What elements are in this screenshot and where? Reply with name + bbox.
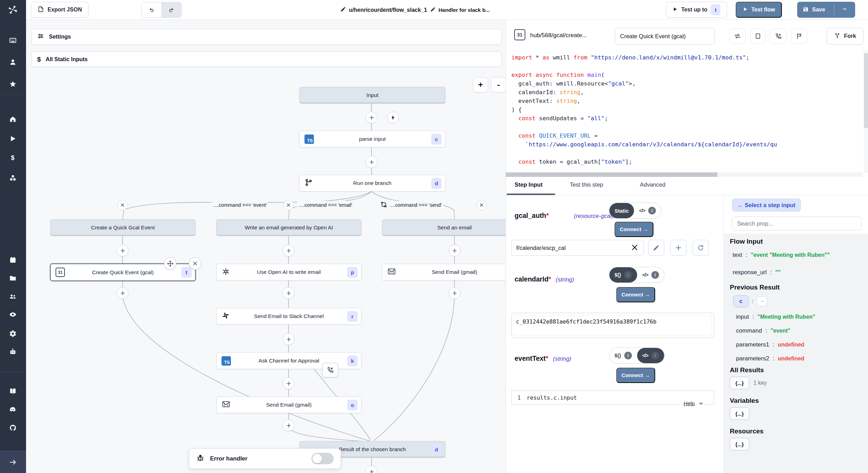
branch-condition-label[interactable]: ....command === 'email' xyxy=(298,201,353,209)
audit-eye-icon[interactable] xyxy=(9,311,17,318)
add-step-button[interactable] xyxy=(449,287,460,299)
refresh-resource-button[interactable] xyxy=(693,240,709,256)
star-icon[interactable] xyxy=(9,80,17,88)
code-editor[interactable]: import * as wmill from "https://deno.lan… xyxy=(506,50,868,172)
resources-object-button[interactable]: {...} xyxy=(730,438,749,450)
branch-header-openai[interactable]: Write an email generated by Open AI xyxy=(216,219,361,236)
test-flow-button[interactable]: Test flow xyxy=(736,2,782,18)
branch-header-gcal[interactable]: Create a Quick Gcal Event xyxy=(50,219,195,236)
flow-canvas[interactable]: Settings $ All Static Inputs + - Input T… xyxy=(26,20,506,473)
prop-row-parameters2[interactable]: parameters2:undefined xyxy=(724,352,868,366)
branch-condition-label[interactable]: ....command === 'event' xyxy=(212,201,268,209)
info-icon[interactable]: i xyxy=(651,271,659,279)
reload-script-button[interactable] xyxy=(729,28,746,44)
add-step-button[interactable] xyxy=(117,287,128,299)
all-results-object-button[interactable]: {...} xyxy=(730,377,749,389)
discord-icon[interactable] xyxy=(9,406,17,413)
node-send-email-slack[interactable]: Send Email to Slack Channel r xyxy=(216,308,361,325)
remove-branch-button[interactable] xyxy=(283,200,294,210)
select-step-input-button[interactable]: ← Select a step input xyxy=(732,198,801,212)
info-icon[interactable]: i xyxy=(624,271,632,279)
schedules-icon[interactable] xyxy=(9,256,17,264)
add-step-button[interactable] xyxy=(117,245,128,256)
add-step-button[interactable] xyxy=(283,333,294,345)
prop-row-command[interactable]: command:"event" xyxy=(724,324,868,338)
folders-icon[interactable] xyxy=(9,274,17,282)
branch-header-send[interactable]: Send an email xyxy=(382,219,506,236)
code-vertical-scrollbar[interactable] xyxy=(864,50,868,173)
add-step-button[interactable] xyxy=(283,287,294,299)
code-horizontal-scrollbar[interactable] xyxy=(506,172,863,177)
calendarid-connect-button[interactable]: Connect → xyxy=(616,287,655,302)
workers-robot-icon[interactable] xyxy=(9,348,17,356)
docs-book-icon[interactable] xyxy=(9,387,17,395)
windmill-logo[interactable] xyxy=(8,5,18,15)
add-branch-icon[interactable] xyxy=(378,199,389,210)
settings-gear-icon[interactable] xyxy=(9,330,17,337)
test-up-to-button[interactable]: Test up to t xyxy=(666,2,727,18)
github-icon[interactable] xyxy=(9,424,17,432)
error-handler-bar[interactable]: Error handler xyxy=(189,448,341,469)
fork-button[interactable]: Fork xyxy=(827,28,863,44)
node-input[interactable]: Input xyxy=(299,87,445,104)
info-icon[interactable]: i xyxy=(648,207,656,214)
tab-test-this-step[interactable]: Test this step xyxy=(570,181,603,188)
tab-step-input[interactable]: Step Input xyxy=(515,181,543,188)
help-link[interactable]: Help xyxy=(684,400,704,407)
remove-branch-button[interactable] xyxy=(117,200,128,210)
undo-button[interactable] xyxy=(142,2,161,17)
resources-icon[interactable] xyxy=(9,174,17,182)
node-parse-input[interactable]: TS parse input c xyxy=(299,131,445,147)
suspend-phone-button[interactable] xyxy=(770,28,786,44)
add-step-button[interactable] xyxy=(283,419,294,431)
prop-search-input[interactable] xyxy=(732,217,862,230)
variables-object-button[interactable]: {...} xyxy=(730,407,749,420)
edit-resource-button[interactable] xyxy=(648,240,664,256)
redo-button[interactable] xyxy=(161,2,181,17)
mode-javascript[interactable]: </>i xyxy=(637,348,664,363)
step-name-input[interactable] xyxy=(615,28,715,44)
collapse-button[interactable]: - xyxy=(757,296,767,306)
home-icon[interactable] xyxy=(9,115,17,123)
add-step-button[interactable] xyxy=(449,245,460,256)
node-send-email-gmail-1[interactable]: Send Email (gmail) xyxy=(382,264,506,280)
groups-icon[interactable] xyxy=(9,293,17,300)
flow-settings-bar[interactable]: Settings xyxy=(31,29,502,45)
mode-javascript[interactable]: </>i xyxy=(634,203,661,218)
apps-icon[interactable] xyxy=(9,36,17,44)
add-step-button[interactable] xyxy=(283,245,294,256)
prop-row-response_url[interactable]: response_url:"" xyxy=(724,264,868,281)
node-use-openai[interactable]: Use Open AI to write email p xyxy=(216,264,361,280)
mode-template[interactable]: ${}i xyxy=(609,348,637,363)
expand-arrow-icon[interactable] xyxy=(9,458,17,466)
info-icon[interactable]: i xyxy=(624,352,632,359)
export-json-button[interactable]: Export JSON xyxy=(31,2,89,18)
zoom-in-button[interactable]: + xyxy=(473,77,488,92)
zoom-out-button[interactable]: - xyxy=(491,77,506,92)
remove-branch-button[interactable] xyxy=(476,200,487,210)
trigger-bolt-button[interactable] xyxy=(387,112,399,123)
prop-row-text[interactable]: text:"event "Meeting with Ruben"" xyxy=(724,246,868,264)
node-run-one-branch[interactable]: Run one branch d xyxy=(299,175,445,191)
calendarid-value-editor[interactable]: c_0312442e881ae6fcf1dec23f54916a389f1c17… xyxy=(511,313,714,338)
hub-script-path[interactable]: hub/568/gcal/create... xyxy=(530,32,587,39)
diff-box-button[interactable] xyxy=(750,28,766,44)
prev-step-badge[interactable]: c xyxy=(733,295,749,307)
add-step-button[interactable] xyxy=(366,156,377,168)
gcal-auth-resource-input[interactable] xyxy=(511,240,644,256)
runs-icon[interactable] xyxy=(9,135,17,142)
all-static-inputs-bar[interactable]: $ All Static Inputs xyxy=(31,51,502,67)
node-send-email-gmail-2[interactable]: Send Email (gmail) o xyxy=(216,397,361,413)
variables-icon[interactable]: $ xyxy=(9,154,17,162)
prop-row-parameters1[interactable]: parameters1:undefined xyxy=(724,338,868,352)
add-resource-button[interactable] xyxy=(670,240,686,256)
add-step-button[interactable] xyxy=(366,112,377,123)
info-icon[interactable]: i xyxy=(651,352,659,359)
flow-path-title[interactable]: u/henricourdent/flow_slack_1 xyxy=(340,0,427,20)
clear-resource-icon[interactable] xyxy=(631,244,639,253)
node-ask-channel-approval[interactable]: TS Ask Channel for Approval k xyxy=(216,352,361,369)
sleep-flag-button[interactable] xyxy=(791,28,807,44)
move-step-handle[interactable] xyxy=(164,257,176,270)
suspend-approval-icon-button[interactable] xyxy=(322,363,338,377)
gcal-auth-connect-button[interactable]: Connect → xyxy=(615,222,653,237)
